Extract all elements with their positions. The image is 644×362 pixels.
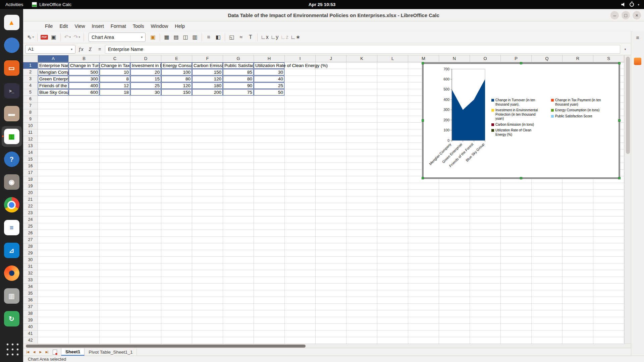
cell-G10[interactable]: [223, 123, 254, 129]
legend-item[interactable]: Public Satisfaction Score: [551, 114, 601, 119]
cell-E5[interactable]: 150: [161, 89, 192, 96]
cell-A41[interactable]: [38, 330, 69, 337]
cell-I28[interactable]: [285, 243, 316, 250]
cell-C3[interactable]: 8: [100, 76, 130, 82]
cell-L28[interactable]: [377, 243, 408, 250]
cell-D7[interactable]: [130, 103, 161, 109]
row-header-2[interactable]: 2: [23, 69, 38, 76]
chart-element-selector[interactable]: Chart Area▾: [89, 33, 146, 42]
cell-C13[interactable]: [100, 143, 130, 149]
cell-B32[interactable]: [69, 270, 100, 277]
cell-G20[interactable]: [223, 190, 254, 196]
cell-D17[interactable]: [130, 170, 161, 176]
cell-L10[interactable]: [377, 123, 408, 129]
cell-H15[interactable]: [254, 156, 285, 163]
cell-S23[interactable]: [593, 210, 624, 217]
cell-C6[interactable]: [100, 96, 130, 103]
cell-E11[interactable]: [161, 129, 192, 136]
cell-K39[interactable]: [346, 317, 377, 324]
cell-D38[interactable]: [130, 310, 161, 317]
cell-R32[interactable]: [562, 270, 593, 277]
cell-L2[interactable]: [377, 69, 408, 76]
cell-B24[interactable]: [69, 217, 100, 223]
cell-G31[interactable]: [223, 263, 254, 270]
cell-H27[interactable]: [254, 237, 285, 243]
row-header-3[interactable]: 3: [23, 76, 38, 82]
cell-J16[interactable]: [316, 163, 346, 170]
cell-R24[interactable]: [562, 217, 593, 223]
cell-G14[interactable]: [223, 149, 254, 156]
cell-J22[interactable]: [316, 203, 346, 210]
cell-D3[interactable]: 15: [130, 76, 161, 82]
cell-O21[interactable]: [470, 196, 501, 203]
cell-G28[interactable]: [223, 243, 254, 250]
cell-O29[interactable]: [470, 250, 501, 257]
cell-H13[interactable]: [254, 143, 285, 149]
cell-J10[interactable]: [316, 123, 346, 129]
cell-M35[interactable]: [408, 290, 439, 297]
cell-K10[interactable]: [346, 123, 377, 129]
cell-K11[interactable]: [346, 129, 377, 136]
cell-Q37[interactable]: [532, 304, 562, 310]
cell-S33[interactable]: [593, 277, 624, 284]
cell-R22[interactable]: [562, 203, 593, 210]
cell-A9[interactable]: [38, 116, 69, 123]
cell-B9[interactable]: [69, 116, 100, 123]
cell-B8[interactable]: [69, 109, 100, 116]
formula-input[interactable]: Enterprise Name: [105, 45, 620, 54]
cell-L34[interactable]: [377, 284, 408, 290]
cell-F13[interactable]: [192, 143, 223, 149]
row-header-14[interactable]: 14: [23, 149, 38, 156]
cell-P33[interactable]: [501, 277, 532, 284]
column-header-K[interactable]: K: [346, 55, 377, 62]
cell-A24[interactable]: [38, 217, 69, 223]
titles-button[interactable]: T: [246, 32, 255, 42]
cell-A18[interactable]: [38, 176, 69, 183]
cell-E26[interactable]: [161, 230, 192, 237]
cell-D26[interactable]: [130, 230, 161, 237]
cell-F35[interactable]: [192, 290, 223, 297]
dock-item-libreoffice-calc[interactable]: ▦: [2, 126, 22, 147]
cell-E14[interactable]: [161, 149, 192, 156]
cell-S31[interactable]: [593, 263, 624, 270]
sheet-tab-pivot-table_sheet1_1[interactable]: Pivot Table_Sheet1_1: [85, 348, 137, 356]
cell-P21[interactable]: [501, 196, 532, 203]
cell-S27[interactable]: [593, 237, 624, 243]
cell-P37[interactable]: [501, 304, 532, 310]
cell-N21[interactable]: [439, 196, 470, 203]
cell-N19[interactable]: [439, 183, 470, 190]
cell-F23[interactable]: [192, 210, 223, 217]
chart-resize-handle[interactable]: [422, 62, 424, 64]
cell-B4[interactable]: 400: [69, 82, 100, 89]
cell-O20[interactable]: [470, 190, 501, 196]
cell-G8[interactable]: [223, 109, 254, 116]
cell-R39[interactable]: [562, 317, 593, 324]
cell-G23[interactable]: [223, 210, 254, 217]
select-all-corner[interactable]: [23, 55, 38, 62]
menu-file[interactable]: File: [42, 22, 56, 30]
cell-F31[interactable]: [192, 263, 223, 270]
cell-G3[interactable]: 80: [223, 76, 254, 82]
cell-G11[interactable]: [223, 129, 254, 136]
column-header-O[interactable]: O: [470, 55, 501, 62]
cell-D10[interactable]: [130, 123, 161, 129]
cell-M41[interactable]: [408, 330, 439, 337]
cell-K22[interactable]: [346, 203, 377, 210]
column-header-M[interactable]: M: [408, 55, 439, 62]
cell-A36[interactable]: [38, 297, 69, 304]
cell-E16[interactable]: [161, 163, 192, 170]
trend-lines-button[interactable]: ≈: [236, 32, 246, 42]
cell-H40[interactable]: [254, 324, 285, 330]
cell-J3[interactable]: [316, 76, 346, 82]
cell-H28[interactable]: [254, 243, 285, 250]
x-axis-button[interactable]: ∟x: [260, 32, 270, 42]
cell-L35[interactable]: [377, 290, 408, 297]
cell-G24[interactable]: [223, 217, 254, 223]
cell-E1[interactable]: Energy Consumption (in tons): [161, 62, 192, 69]
cell-G26[interactable]: [223, 230, 254, 237]
cell-E34[interactable]: [161, 284, 192, 290]
cell-H7[interactable]: [254, 103, 285, 109]
cell-N37[interactable]: [439, 304, 470, 310]
cell-M34[interactable]: [408, 284, 439, 290]
cell-F32[interactable]: [192, 270, 223, 277]
